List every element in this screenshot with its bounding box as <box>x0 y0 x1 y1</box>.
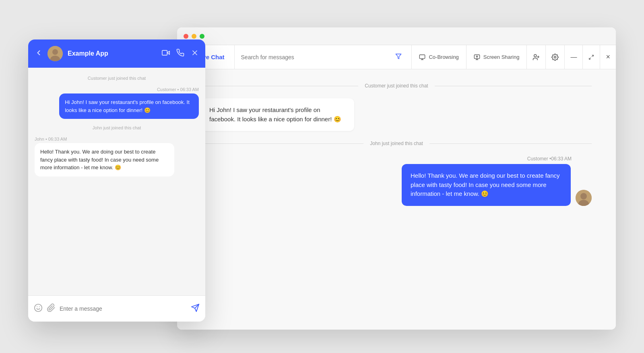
svg-point-24 <box>35 304 42 311</box>
agent-message-content: Hello! Thank you. We are doing our best … <box>402 164 592 206</box>
maximize-button[interactable] <box>200 34 204 39</box>
mobile-customer-meta: Customer • 06:33 AM <box>35 87 199 92</box>
close-icon: × <box>606 53 610 61</box>
close-button[interactable] <box>184 34 188 39</box>
emoji-button[interactable] <box>34 303 43 314</box>
svg-rect-21 <box>162 50 167 55</box>
divider-line-3 <box>201 143 363 144</box>
customer-message-bubble: Hi John! I saw your restaurant's profile… <box>201 98 354 131</box>
settings-button[interactable] <box>546 45 565 69</box>
mobile-window: Example App <box>28 39 205 322</box>
close-window-button[interactable]: × <box>600 45 616 69</box>
mobile-header: Example App <box>28 39 205 68</box>
mobile-video-button[interactable] <box>162 49 170 59</box>
mobile-agent-message: Hello! Thank you. We are doing our best … <box>40 149 159 170</box>
svg-point-8 <box>534 54 537 57</box>
mobile-window-title: Example App <box>68 50 157 57</box>
traffic-lights <box>184 34 204 39</box>
minimize-window-button[interactable]: — <box>565 45 583 69</box>
agent-avatar <box>576 190 592 206</box>
send-button[interactable] <box>191 303 200 314</box>
search-area <box>235 45 412 69</box>
mobile-customer-bubble: Hi John! I saw your restaurant's profile… <box>59 93 199 119</box>
svg-line-13 <box>589 58 591 59</box>
toolbar: Live Chat Co-Browsing <box>177 45 616 69</box>
svg-line-12 <box>592 55 594 56</box>
minimize-icon: — <box>570 54 577 61</box>
cobrowsing-label: Co-Browsing <box>429 54 458 60</box>
screen-sharing-button[interactable]: Screen Sharing <box>466 45 527 69</box>
mobile-agent-bubble: Hello! Thank you. We are doing our best … <box>35 143 174 176</box>
svg-point-18 <box>52 49 58 55</box>
minimize-button[interactable] <box>192 34 196 39</box>
mobile-phone-button[interactable] <box>176 49 184 59</box>
svg-point-11 <box>554 56 556 58</box>
mobile-system-message-1: Customer just joined this chat <box>35 74 199 82</box>
svg-marker-0 <box>396 54 401 59</box>
mobile-footer <box>28 295 205 322</box>
mobile-header-actions <box>162 49 199 59</box>
cobrowsing-button[interactable]: Co-Browsing <box>412 45 466 69</box>
agent-message-meta: Customer •06:33 AM <box>527 156 592 162</box>
divider-line-4 <box>429 143 592 144</box>
mobile-avatar <box>47 46 63 61</box>
system-message-text-2: John just joined this chat <box>363 139 429 148</box>
mobile-agent-meta: John • 06:33 AM <box>35 137 199 141</box>
search-input[interactable] <box>241 54 392 60</box>
mobile-system-message-2: John just joined this chat <box>35 124 199 132</box>
expand-window-button[interactable] <box>583 45 600 69</box>
add-user-button[interactable] <box>527 45 546 69</box>
svg-rect-1 <box>420 55 425 58</box>
agent-message-text: Hello! Thank you. We are doing our best … <box>411 172 560 197</box>
system-message-text-1: Customer just joined this chat <box>358 81 434 90</box>
screen-sharing-label: Screen Sharing <box>483 54 520 60</box>
back-button[interactable] <box>35 49 43 59</box>
mac-titlebar <box>177 27 616 45</box>
agent-message-bubble: Hello! Thank you. We are doing our best … <box>402 164 571 206</box>
system-message-2: John just joined this chat <box>201 139 592 148</box>
system-message-1: Customer just joined this chat <box>201 81 592 90</box>
customer-message-text: Hi John! I saw your restaurant's profile… <box>209 106 341 123</box>
scene: Live Chat Co-Browsing <box>28 15 616 338</box>
attachment-button[interactable] <box>47 303 56 314</box>
svg-point-15 <box>580 193 587 199</box>
mobile-close-button[interactable] <box>191 49 199 59</box>
mobile-customer-message: Hi John! I saw your restaurant's profile… <box>65 99 190 113</box>
svg-marker-20 <box>167 51 169 54</box>
divider-line-2 <box>435 86 592 86</box>
chat-area: Customer just joined this chat Hi John! … <box>177 69 616 330</box>
mobile-chat-area: Customer just joined this chat Customer … <box>28 68 205 295</box>
divider-line <box>201 86 358 86</box>
message-input[interactable] <box>60 305 187 312</box>
agent-message-row: Customer •06:33 AM Hello! Thank you. We … <box>201 156 592 206</box>
filter-button[interactable] <box>392 52 405 63</box>
main-window: Live Chat Co-Browsing <box>177 27 616 330</box>
